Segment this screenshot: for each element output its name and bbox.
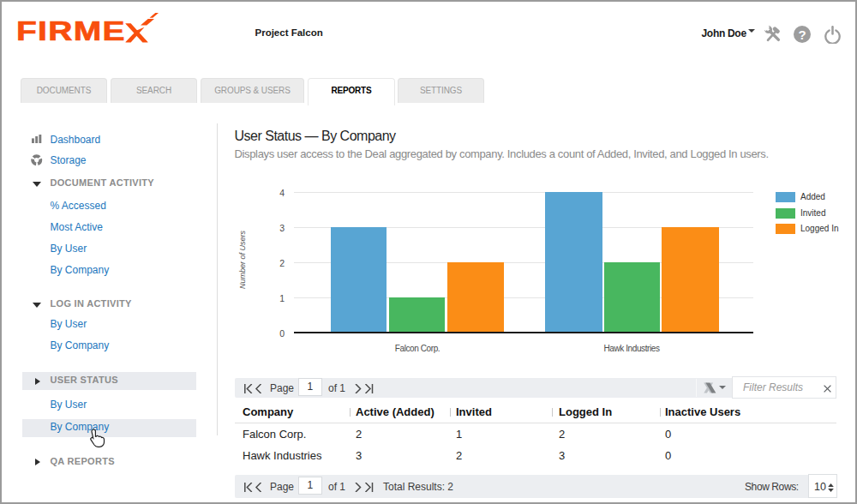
svg-text:?: ? [798,27,806,42]
